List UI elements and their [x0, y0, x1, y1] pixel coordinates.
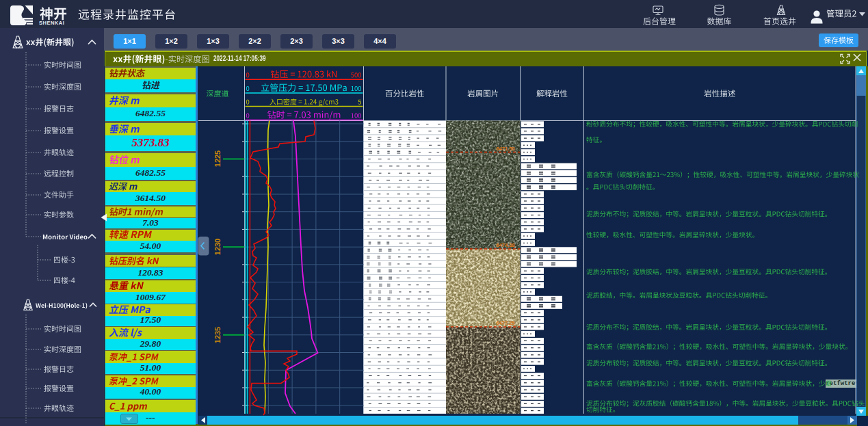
svg-text:6471.50: 6471.50 [496, 146, 514, 152]
svg-text:6477.25: 6477.25 [496, 320, 514, 326]
svg-text:6474.38: 6474.38 [496, 242, 514, 248]
